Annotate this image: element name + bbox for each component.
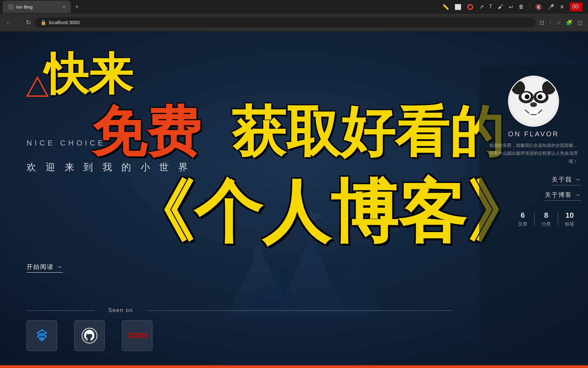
tab-title: Ion Blog xyxy=(16,4,33,10)
logo-icons-row: CSDN xyxy=(27,320,152,351)
stat-categories-label: 分类 xyxy=(541,221,551,227)
svg-point-22 xyxy=(530,102,537,107)
text-icon[interactable]: T xyxy=(489,4,492,10)
tab-favicon xyxy=(8,4,14,10)
address-bar: ← → ↻ 🔒 localhost:3000 ⊡ ↑ ☆ 🧩 ◫ xyxy=(0,14,588,31)
bookmark-icon[interactable]: ☆ xyxy=(556,19,561,26)
juejin-logo-box[interactable] xyxy=(27,320,57,351)
on-flavor-text: ON FLAVOR xyxy=(508,130,559,138)
nice-choice-text: NICE CHOICE xyxy=(27,139,105,148)
main-content: NICE CHOICE 欢 迎 来 到 我 的 小 世 界 开始阅读 → See… xyxy=(0,31,588,368)
forward-button[interactable]: → xyxy=(16,19,22,26)
stat-categories-num: 8 xyxy=(544,211,548,220)
divider xyxy=(529,3,530,10)
arrow-icon[interactable]: ↗ xyxy=(479,4,484,10)
welcome-text: 欢 迎 来 到 我 的 小 世 界 xyxy=(27,161,191,174)
circle-icon[interactable]: ⭕ xyxy=(467,4,474,10)
record-button[interactable]: 00: xyxy=(570,2,583,11)
triangle-logo xyxy=(26,76,49,101)
rectangle-icon[interactable]: ⬜ xyxy=(455,4,461,10)
back-button[interactable]: ← xyxy=(5,19,12,26)
right-links: 关于我 → 关于博客 → xyxy=(486,175,581,201)
svg-point-21 xyxy=(538,94,542,99)
github-icon xyxy=(81,327,98,344)
stat-articles-label: 文章 xyxy=(518,221,527,227)
address-right-icons: ⊡ ↑ ☆ 🧩 ◫ xyxy=(540,19,583,26)
screen-share-icon[interactable]: ⊡ xyxy=(540,19,544,26)
seen-on-line-right xyxy=(147,310,452,311)
extensions-icon[interactable]: 🧩 xyxy=(566,19,573,26)
stat-articles-num: 6 xyxy=(521,211,525,220)
seen-on-section: Seen on xyxy=(27,307,452,313)
avatar xyxy=(508,76,559,127)
lock-icon: 🔒 xyxy=(40,20,46,25)
juejin-icon xyxy=(33,327,50,344)
csdn-text: CSDN xyxy=(127,331,147,340)
tab-close-button[interactable]: × xyxy=(63,4,65,10)
about-me-link[interactable]: 关于我 → xyxy=(552,175,581,185)
stat-tags: 10 标签 xyxy=(558,211,581,227)
stat-categories: 8 分类 xyxy=(535,211,558,227)
svg-rect-23 xyxy=(529,110,533,114)
start-reading-button[interactable]: 开始阅读 → xyxy=(27,263,63,273)
stat-tags-num: 10 xyxy=(566,211,574,220)
svg-rect-24 xyxy=(534,110,538,114)
reload-button[interactable]: ↻ xyxy=(26,19,31,26)
stat-tags-label: 标签 xyxy=(565,221,574,227)
github-logo-box[interactable] xyxy=(74,320,105,351)
seen-on-line-left xyxy=(27,310,95,311)
url-text: localhost:3000 xyxy=(49,20,530,25)
close-icon[interactable]: ✕ xyxy=(560,4,564,10)
volume-icon[interactable]: 🔇 xyxy=(535,4,542,10)
csdn-logo-box[interactable]: CSDN xyxy=(122,320,152,351)
brush-icon[interactable]: 🖌 xyxy=(498,4,503,10)
description-text: 知道的东西，就像我们永远知道的全部面貌，但有什么能比循序渐进的过程更让人热血澎湃… xyxy=(486,141,581,165)
trash-icon[interactable]: 🗑 xyxy=(519,4,524,10)
tab-bar: Ion Blog × + ✏️ ⬜ ⭕ ↗ T 🖌 ↩ 🗑 🔇 🎤 ✕ 00: xyxy=(0,0,588,14)
undo-icon[interactable]: ↩ xyxy=(509,4,513,10)
right-panel: ON FLAVOR 知道的东西，就像我们永远知道的全部面貌，但有什么能比循序渐进… xyxy=(479,65,588,368)
pencil-icon[interactable]: ✏️ xyxy=(442,4,449,10)
about-blog-link[interactable]: 关于博客 → xyxy=(545,191,581,201)
url-bar[interactable]: 🔒 localhost:3000 xyxy=(35,18,536,27)
profile-icon[interactable]: ◫ xyxy=(577,19,583,26)
active-tab[interactable]: Ion Blog × xyxy=(3,1,71,13)
share-icon[interactable]: ↑ xyxy=(549,19,552,26)
mic-icon[interactable]: 🎤 xyxy=(548,4,554,10)
svg-point-20 xyxy=(525,94,529,99)
browser-chrome: Ion Blog × + ✏️ ⬜ ⭕ ↗ T 🖌 ↩ 🗑 🔇 🎤 ✕ 00: … xyxy=(0,0,588,31)
bottom-bar xyxy=(0,365,588,368)
new-tab-button[interactable]: + xyxy=(72,3,82,11)
avatar-image xyxy=(510,77,557,125)
browser-toolbar-icons: ✏️ ⬜ ⭕ ↗ T 🖌 ↩ 🗑 🔇 🎤 ✕ 00: xyxy=(442,2,585,11)
stats-row: 6 文章 8 分类 10 标签 xyxy=(486,211,581,227)
stat-articles: 6 文章 xyxy=(511,211,534,227)
svg-marker-8 xyxy=(27,77,48,96)
seen-on-label: Seen on xyxy=(108,307,133,313)
